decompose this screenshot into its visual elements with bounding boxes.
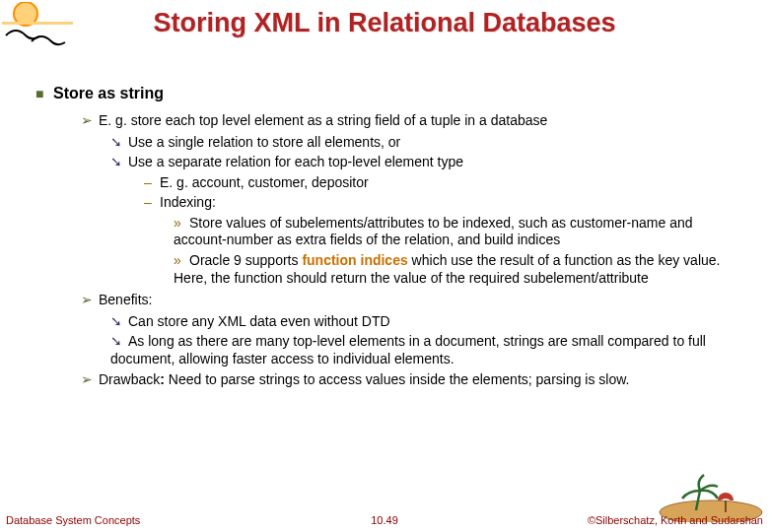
point-account-customer: –E. g. account, customer, depositor [35, 174, 745, 192]
point-separate-relation: ➘Use a separate relation for each top-le… [35, 154, 745, 171]
point-oracle9: »Oracle 9 supports function indices whic… [35, 252, 745, 288]
heading-text: Store as string [53, 85, 164, 101]
text: Oracle 9 supports [189, 252, 302, 268]
text: Need to parse strings to access values i… [169, 371, 630, 387]
text: Use a separate relation for each top-lev… [128, 154, 463, 169]
chevron-right-icon: ➢ [81, 292, 99, 309]
slide: Storing XML in Relational Databases ■Sto… [0, 0, 769, 532]
arrow-down-icon: ➘ [110, 154, 128, 171]
heading-store-as-string: ■Store as string [35, 85, 745, 102]
chevron-right-icon: ➢ [81, 112, 99, 130]
point-drawback: ➢Drawback: Need to parse strings to acce… [35, 371, 745, 389]
text: Indexing: [160, 194, 216, 210]
footer-copyright: ©Silberschatz, Korth and Sudarshan [588, 514, 763, 526]
point-benefits: ➢Benefits: [35, 292, 745, 309]
point-indexing: –Indexing: [35, 194, 745, 212]
point-single-relation: ➘Use a single relation to store all elem… [35, 134, 745, 152]
text: E. g. store each top level element as a … [99, 112, 547, 128]
arrow-down-icon: ➘ [110, 333, 128, 351]
text: : [160, 371, 169, 387]
square-bullet-icon: ■ [35, 86, 53, 101]
dash-icon: – [144, 174, 160, 192]
slide-body: ■Store as string ➢E. g. store each top l… [35, 85, 745, 393]
raquo-icon: » [174, 215, 189, 233]
dash-icon: – [144, 194, 160, 212]
point-strings-small: ➘As long as there are many top-level ele… [35, 333, 745, 367]
text: Use a single relation to store all eleme… [128, 134, 400, 150]
arrow-down-icon: ➘ [110, 134, 128, 152]
text: E. g. account, customer, depositor [160, 174, 369, 190]
text: Store values of subelements/attributes t… [174, 215, 693, 248]
point-store-values: »Store values of subelements/attributes … [35, 215, 745, 250]
raquo-icon: » [174, 252, 189, 270]
point-example-store: ➢E. g. store each top level element as a… [35, 112, 745, 130]
text: Drawback [99, 371, 160, 387]
highlight-function-indices: function indices [302, 252, 407, 268]
text: Benefits: [99, 292, 152, 307]
island-decor-icon [657, 463, 765, 522]
chevron-right-icon: ➢ [81, 371, 99, 389]
text: Can store any XML data even without DTD [128, 313, 390, 329]
point-store-any-xml: ➘Can store any XML data even without DTD [35, 313, 745, 331]
text: As long as there are many top-level elem… [110, 333, 706, 366]
arrow-down-icon: ➘ [110, 313, 128, 331]
slide-title: Storing XML in Relational Databases [0, 8, 769, 38]
